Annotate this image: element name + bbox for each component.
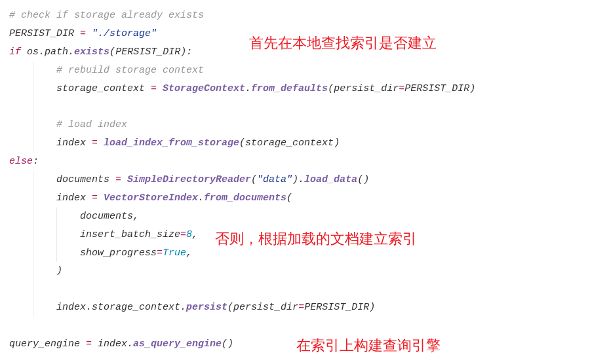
- comment: # rebuild storage context: [56, 65, 204, 76]
- keyword-arg: persist_dir: [334, 83, 399, 94]
- punct: .: [198, 192, 204, 204]
- punct: .: [127, 338, 133, 350]
- identifier: index: [56, 137, 86, 149]
- class-name: VectorStoreIndex: [104, 192, 198, 204]
- keyword: if: [9, 46, 21, 58]
- operator: =: [180, 229, 186, 240]
- string: "./storage": [92, 28, 157, 39]
- number: 8: [186, 229, 192, 240]
- identifier: os: [27, 46, 39, 58]
- identifier: documents: [56, 174, 109, 185]
- code-line: index.storage_context.persist(persist_di…: [9, 299, 581, 317]
- operator: =: [157, 247, 163, 259]
- function-call: from_defaults: [251, 83, 328, 94]
- identifier: query_engine: [9, 338, 80, 350]
- string: "data": [257, 174, 292, 185]
- comment: # load index: [56, 119, 127, 130]
- function-call: exists: [74, 46, 109, 58]
- code-line: documents,: [9, 208, 581, 226]
- identifier: index: [56, 192, 86, 204]
- punct: ):: [180, 46, 192, 58]
- punct: (: [251, 174, 257, 185]
- code-line: # load index: [9, 116, 581, 134]
- punct: (): [357, 174, 369, 185]
- code-line: else:: [9, 153, 581, 171]
- identifier: PERSIST_DIR: [9, 28, 74, 39]
- punct: ): [369, 302, 375, 313]
- code-line: ): [9, 262, 581, 280]
- identifier: documents: [80, 211, 133, 222]
- identifier: path: [45, 46, 68, 58]
- punct: (: [286, 192, 292, 204]
- keyword: else: [9, 156, 33, 167]
- operator: =: [145, 83, 163, 94]
- constant: True: [163, 247, 186, 259]
- annotation-build-index: 否则，根据加载的文档建立索引: [215, 226, 417, 253]
- operator: =: [399, 83, 404, 94]
- keyword-arg: persist_dir: [233, 302, 298, 313]
- punct: (: [109, 46, 115, 58]
- identifier: PERSIST_DIR: [115, 46, 180, 58]
- punct: .: [86, 302, 92, 313]
- operator: =: [86, 192, 104, 204]
- annotation-query-engine: 在索引上构建查询引擎: [296, 333, 441, 359]
- comment: # check if storage already exists: [9, 10, 204, 21]
- code-line: index = VectorStoreIndex.from_documents(: [9, 189, 581, 208]
- punct: (: [227, 302, 233, 313]
- punct: (): [222, 338, 233, 350]
- code-line: [9, 280, 581, 299]
- class-name: SimpleDirectoryReader: [127, 174, 251, 185]
- identifier: storage_context: [245, 137, 334, 149]
- punct: .: [245, 83, 251, 94]
- punct: ,: [186, 247, 192, 259]
- function-call: persist: [186, 302, 227, 313]
- punct: ): [56, 265, 62, 276]
- punct: .: [68, 46, 74, 58]
- operator: =: [298, 302, 304, 313]
- code-line: documents = SimpleDirectoryReader("data"…: [9, 171, 581, 189]
- identifier: index: [98, 338, 127, 350]
- punct: ,: [133, 211, 139, 222]
- code-line: query_engine = index.as_query_engine(): [9, 335, 581, 354]
- code-line: # rebuild storage context: [9, 62, 581, 80]
- attribute: storage_context: [92, 302, 180, 313]
- punct: (: [328, 83, 334, 94]
- code-line: [9, 98, 581, 116]
- class-name: StorageContext: [163, 83, 245, 94]
- code-line: # check if storage already exists: [9, 7, 581, 25]
- code-line: storage_context = StorageContext.from_de…: [9, 80, 581, 98]
- punct: ,: [192, 229, 198, 240]
- operator: =: [109, 174, 127, 185]
- code-line: index = load_index_from_storage(storage_…: [9, 134, 581, 153]
- punct: ): [469, 83, 475, 94]
- identifier: PERSIST_DIR: [404, 83, 469, 94]
- punct: .: [39, 46, 45, 58]
- code-line: [9, 317, 581, 335]
- punct: ): [334, 137, 340, 149]
- punct: .: [180, 302, 186, 313]
- keyword-arg: insert_batch_size: [80, 229, 180, 240]
- code-block: # check if storage already exists PERSIS…: [9, 7, 581, 354]
- punct: ).: [292, 174, 304, 185]
- function-call: load_index_from_storage: [104, 137, 239, 149]
- keyword-arg: show_progress: [80, 247, 157, 259]
- punct: (: [239, 137, 245, 149]
- identifier: index: [56, 302, 86, 313]
- operator: =: [86, 137, 104, 149]
- annotation-check-local: 首先在本地查找索引是否建立: [249, 30, 437, 57]
- operator: =: [74, 28, 92, 39]
- identifier: storage_context: [56, 83, 145, 94]
- function-call: as_query_engine: [133, 338, 222, 350]
- function-call: load_data: [304, 174, 357, 185]
- identifier: PERSIST_DIR: [304, 302, 369, 313]
- operator: =: [80, 338, 98, 350]
- function-call: from_documents: [204, 192, 286, 204]
- punct: :: [33, 156, 39, 167]
